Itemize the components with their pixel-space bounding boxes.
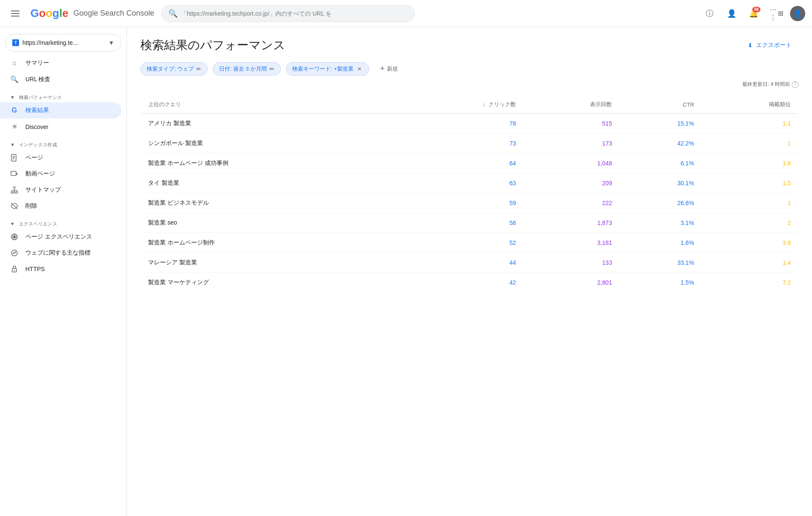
sidebar-item-label: ウェブに関する主な指標 [25, 249, 91, 257]
col-impressions[interactable]: 表示回数 [523, 95, 619, 114]
keyword-chip[interactable]: 検索キーワード: +製造業 ✕ [286, 62, 369, 76]
svg-rect-2 [782, 11, 783, 12]
table-row[interactable]: 製造業 ビジネスモデル5922226.6%1 [141, 193, 798, 213]
notifications-button[interactable]: 🔔 98 [746, 6, 761, 21]
table-row[interactable]: 製造業 ホームページ制作523,1811.6%3.8 [141, 233, 798, 253]
site-favicon: T [12, 39, 19, 46]
date-chip[interactable]: 日付: 過去 3 か月間 ✏ [213, 62, 281, 76]
section-label-experience: ▼ エクスペリエンス [0, 214, 126, 229]
search-input[interactable] [181, 10, 408, 17]
table-row[interactable]: アメリカ 製造業7851515.1%1.1 [141, 114, 798, 134]
table-row[interactable]: 製造業 seo581,8733.1%2 [141, 213, 798, 233]
hamburger-menu-button[interactable] [7, 5, 24, 22]
search-bar[interactable]: 🔍 [161, 5, 415, 22]
sidebar-item-removals[interactable]: 削除 [0, 198, 121, 214]
cell-impressions: 133 [523, 253, 619, 273]
sidebar-item-url-inspection[interactable]: 🔍 URL 検査 [0, 71, 121, 88]
performance-table: 上位のクエリ ↓ クリック数 表示回数 CTR 掲載順位 [140, 95, 798, 293]
cell-position: 1 [701, 193, 798, 213]
table-row[interactable]: タイ 製造業6320930.1%1.5 [141, 173, 798, 193]
cell-clicks: 63 [395, 173, 523, 193]
cell-ctr: 26.6% [619, 193, 701, 213]
svg-rect-1 [780, 11, 782, 12]
account-settings-button[interactable]: 👤 [724, 6, 739, 21]
sidebar-item-search-results[interactable]: G 検索結果 [0, 102, 121, 118]
cell-impressions: 2,801 [523, 273, 619, 293]
site-url: https://marketing.te... [22, 39, 105, 46]
col-clicks[interactable]: ↓ クリック数 [395, 95, 523, 114]
svg-rect-18 [16, 192, 18, 193]
keyword-label: 検索キーワード: +製造業 [292, 65, 354, 73]
cell-query: 製造業 ホームページ 成功事例 [141, 154, 395, 173]
help-icon: ⓘ [706, 8, 713, 19]
cell-query: 製造業 ビジネスモデル [141, 193, 395, 213]
logo-g: Google [30, 7, 69, 20]
info-icon[interactable]: ? [792, 81, 798, 88]
web-vitals-icon [10, 249, 19, 257]
cell-clicks: 42 [395, 273, 523, 293]
sidebar-item-label: 動画ページ [25, 170, 55, 178]
cell-clicks: 64 [395, 154, 523, 173]
sidebar-item-page-experience[interactable]: ページ エクスペリエンス [0, 229, 121, 245]
sidebar-item-web-vitals[interactable]: ウェブに関する主な指標 [0, 245, 121, 261]
sidebar-item-https[interactable]: HTTPS [0, 261, 121, 277]
svg-rect-10 [13, 156, 15, 157]
plus-icon: + [380, 64, 385, 73]
user-avatar[interactable]: 👤 [790, 6, 805, 21]
export-button[interactable]: ⬇ エクスポート [741, 38, 798, 52]
cell-position: 1.5 [701, 173, 798, 193]
cell-ctr: 42.2% [619, 134, 701, 154]
sidebar-item-pages[interactable]: ページ [0, 150, 121, 166]
edit-icon: ✏ [269, 66, 274, 72]
new-filter-button[interactable]: + 新規 [374, 62, 404, 76]
table-row[interactable]: マレーシア 製造業4413333.1%1.4 [141, 253, 798, 273]
table-row[interactable]: シンガポール 製造業7317342.2%1 [141, 134, 798, 154]
chip-close-icon[interactable]: ✕ [356, 66, 363, 72]
sidebar-item-label: URL 検査 [25, 76, 50, 83]
sidebar: T https://marketing.te... ▼ ⌂ サマリー 🔍 URL… [0, 27, 127, 516]
cell-position: 1 [701, 134, 798, 154]
video-icon [10, 170, 19, 178]
help-button[interactable]: ⓘ [702, 6, 717, 21]
svg-rect-7 [780, 14, 782, 16]
main-content: 検索結果のパフォーマンス ⬇ エクスポート 検索タイプ: ウェブ ✏ 日付: 過… [127, 27, 812, 516]
pages-icon [10, 154, 19, 162]
table-row[interactable]: 製造業 マーケティング422,8011.5%7.2 [141, 273, 798, 293]
sidebar-item-summary[interactable]: ⌂ サマリー [0, 55, 121, 71]
sidebar-item-sitemap[interactable]: サイトマップ [0, 182, 121, 198]
site-selector[interactable]: T https://marketing.te... ▼ [5, 34, 121, 52]
sidebar-item-video-pages[interactable]: 動画ページ [0, 166, 121, 182]
col-ctr[interactable]: CTR [619, 95, 701, 114]
svg-rect-17 [14, 192, 15, 193]
svg-rect-4 [780, 13, 782, 14]
eye-off-icon [10, 202, 19, 210]
section-label-index: ▼ インデックス作成 [0, 135, 126, 150]
svg-marker-14 [16, 173, 18, 175]
search-icon: 🔍 [168, 9, 178, 18]
cell-query: 製造業 マーケティング [141, 273, 395, 293]
cell-query: マレーシア 製造業 [141, 253, 395, 273]
cell-position: 1.4 [701, 253, 798, 273]
cell-impressions: 1,873 [523, 213, 619, 233]
sidebar-item-label: 検索結果 [25, 107, 49, 114]
page-title: 検索結果のパフォーマンス [140, 37, 285, 53]
avatar-icon: 👤 [793, 9, 802, 17]
sidebar-item-discover[interactable]: ✳ Discover [0, 118, 121, 135]
apps-grid-icon [778, 10, 783, 17]
table-row[interactable]: 製造業 ホームページ 成功事例641,0486.1%1.6 [141, 154, 798, 173]
svg-rect-3 [779, 13, 780, 14]
sidebar-item-label: サイトマップ [25, 186, 61, 194]
cell-query: 製造業 ホームページ制作 [141, 233, 395, 253]
cell-position: 7.2 [701, 273, 798, 293]
svg-rect-6 [779, 14, 780, 16]
cell-query: シンガポール 製造業 [141, 134, 395, 154]
hamburger-line [11, 11, 19, 11]
col-position[interactable]: 掲載順位 [701, 95, 798, 114]
svg-rect-13 [11, 171, 16, 176]
sidebar-item-label: Discover [25, 124, 48, 130]
cell-impressions: 209 [523, 173, 619, 193]
apps-button[interactable]: ⋯ ⋮ [768, 6, 783, 21]
filter-row: 検索タイプ: ウェブ ✏ 日付: 過去 3 か月間 ✏ 検索キーワード: +製造… [140, 62, 798, 76]
search-type-chip[interactable]: 検索タイプ: ウェブ ✏ [140, 62, 208, 76]
table-header: 上位のクエリ ↓ クリック数 表示回数 CTR 掲載順位 [141, 95, 798, 114]
